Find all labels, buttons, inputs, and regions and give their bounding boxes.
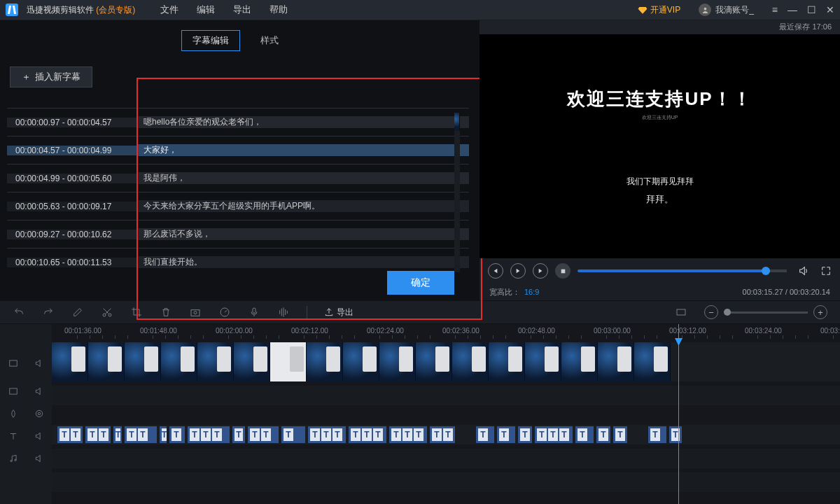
vip-button[interactable]: 开通VIP (638, 4, 680, 16)
video-thumb[interactable] (125, 342, 161, 382)
snapshot-icon[interactable] (189, 306, 202, 318)
subtitle-row[interactable]: 00:00:00.97 - 00:00:04.57嗯hello各位亲爱的观众老爷… (7, 108, 469, 136)
text-clip[interactable]: T (169, 426, 185, 443)
text-clip[interactable]: TTT (389, 426, 427, 443)
menu-export[interactable]: 导出 (233, 4, 251, 16)
text-clip[interactable]: TTT (349, 426, 386, 443)
video-thumb[interactable] (307, 342, 343, 382)
text-clip[interactable]: T (113, 426, 122, 443)
video-track[interactable] (52, 342, 840, 382)
play-button[interactable] (510, 263, 526, 279)
video-thumb[interactable] (452, 342, 489, 382)
stop-button[interactable] (555, 263, 570, 279)
text-clip[interactable]: T (648, 426, 666, 443)
progress-knob[interactable] (762, 267, 770, 275)
fit-icon[interactable] (675, 306, 687, 318)
menu-edit[interactable]: 编辑 (197, 4, 215, 16)
video-thumb[interactable] (634, 342, 671, 382)
mic-icon[interactable] (248, 306, 260, 318)
tab-subtitle-edit[interactable]: 字幕编辑 (181, 30, 240, 51)
text-clip[interactable]: T (613, 426, 627, 443)
video-thumb[interactable] (525, 342, 561, 382)
text-clip[interactable]: T (476, 426, 494, 443)
audio-track-head[interactable] (0, 447, 52, 470)
redo-icon[interactable] (42, 306, 55, 318)
tracks-area[interactable]: 00:01:36.0000:01:48.0000:02:00.0000:02:1… (52, 324, 840, 504)
confirm-button[interactable]: 确定 (387, 271, 454, 295)
text-clip[interactable]: T (497, 426, 515, 443)
tab-style[interactable]: 样式 (240, 30, 299, 51)
subtitle-row[interactable]: 00:00:04.99 - 00:00:05.60我是阿伟， (7, 164, 469, 192)
subtitle-scrollbar[interactable] (454, 113, 460, 272)
subtitle-row[interactable]: 00:00:04.57 - 00:00:04.99大家好， (7, 136, 469, 164)
progress-slider[interactable] (578, 270, 787, 272)
subtitle-row[interactable]: 00:00:05.63 - 00:00:09.17今天来给大家分享五个超级实用的… (7, 192, 469, 220)
video-thumb[interactable] (416, 342, 452, 382)
export-button[interactable]: 导出 (324, 307, 354, 318)
video-thumb[interactable] (197, 342, 234, 382)
menu-file[interactable]: 文件 (160, 4, 178, 16)
video-track-head[interactable] (0, 346, 52, 380)
text-track-2[interactable] (52, 449, 840, 468)
crop-icon[interactable] (130, 306, 143, 318)
zoom-out-button[interactable]: − (704, 305, 718, 319)
next-frame-button[interactable] (533, 263, 548, 279)
video-thumb[interactable] (379, 342, 416, 382)
text-clip[interactable]: TTT (308, 426, 346, 443)
audio-track[interactable] (52, 472, 840, 492)
subtitle-text[interactable]: 那么废话不多说， (136, 228, 469, 240)
subtitle-text[interactable]: 嗯hello各位亲爱的观众老爷们， (136, 116, 469, 128)
zoom-slider[interactable] (724, 312, 808, 314)
user-area[interactable]: 我滴账号_ (699, 4, 754, 16)
edit-icon[interactable] (71, 306, 84, 318)
video-thumb[interactable] (489, 342, 525, 382)
text-clip[interactable]: TT (430, 426, 455, 443)
fullscreen-icon[interactable] (820, 265, 832, 276)
video-thumb[interactable] (52, 342, 88, 382)
text-clip[interactable]: T (669, 426, 682, 443)
text-clip[interactable]: TT (85, 426, 111, 443)
text-clip[interactable]: T (160, 426, 167, 443)
video-thumb[interactable] (598, 342, 634, 382)
volume-icon[interactable] (798, 265, 809, 276)
subtitle-row[interactable]: 00:00:09.27 - 00:00:10.62那么废话不多说， (7, 220, 469, 248)
text-clip[interactable]: T (596, 426, 610, 443)
text-clip[interactable]: TTT (188, 426, 230, 443)
zoom-in-button[interactable]: + (813, 305, 827, 319)
text-clip[interactable]: T (518, 426, 532, 443)
minimize-icon[interactable]: — (788, 4, 797, 15)
menu-more-icon[interactable]: ≡ (772, 4, 778, 15)
text-clip[interactable]: T (575, 426, 594, 443)
video-thumb[interactable] (270, 342, 307, 382)
video-thumb[interactable] (161, 342, 197, 382)
video-thumb[interactable] (561, 342, 598, 382)
cut-icon[interactable] (101, 306, 113, 318)
video-thumb[interactable] (343, 342, 379, 382)
playhead[interactable] (678, 324, 679, 504)
video-thumb[interactable] (88, 342, 125, 382)
effect-track-head[interactable] (0, 402, 52, 425)
close-icon[interactable]: ✕ (826, 4, 834, 15)
time-ruler[interactable]: 00:01:36.0000:01:48.0000:02:00.0000:02:1… (52, 324, 840, 341)
menu-help[interactable]: 帮助 (270, 4, 288, 16)
maximize-icon[interactable]: ☐ (807, 4, 816, 15)
text-clip[interactable]: TT (57, 426, 83, 443)
video-thumb[interactable] (234, 342, 270, 382)
subtitle-text[interactable]: 我是阿伟， (136, 172, 469, 184)
delete-icon[interactable] (160, 306, 172, 318)
overlay-track-head[interactable] (0, 380, 52, 402)
text-track[interactable]: TTTTTTTTTTTTTTTTTTTTTTTTTTTTTTTTTTTTTT (52, 425, 840, 444)
text-clip[interactable]: TT (125, 426, 157, 443)
prev-frame-button[interactable] (488, 263, 503, 279)
text-clip[interactable]: T (281, 426, 305, 443)
subtitle-text[interactable]: 我们直接开始。 (136, 256, 469, 268)
subtitle-text[interactable]: 今天来给大家分享五个超级实用的手机APP啊。 (136, 200, 469, 212)
overlay-track[interactable] (52, 386, 840, 405)
text-clip[interactable]: TTT (535, 426, 573, 443)
speed-icon[interactable] (218, 306, 231, 318)
insert-subtitle-button[interactable]: ＋ 插入新字幕 (10, 66, 92, 88)
text-track-head[interactable] (0, 425, 52, 447)
subtitle-text[interactable]: 大家好， (136, 144, 469, 156)
text-clip[interactable]: TT (248, 426, 279, 443)
voiceover-icon[interactable] (277, 306, 290, 318)
